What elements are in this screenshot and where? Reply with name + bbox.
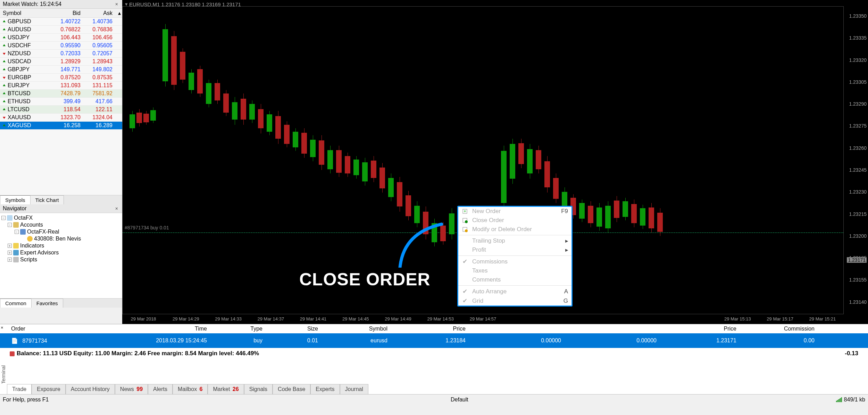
th-time[interactable]: Time [85,326,210,332]
mw-col-bid[interactable]: Bid [47,10,83,16]
menu-item[interactable]: Profit▶ [458,245,571,254]
market-watch-header: Symbol Bid Ask ▴ [0,9,122,18]
market-watch-row[interactable]: BTCUSD7428.797581.92 [0,90,122,98]
terminal-side-label: Terminal [1,365,6,384]
market-watch-row[interactable]: USDCHF0.955900.95605 [0,42,122,50]
tab-tick-chart[interactable]: Tick Chart [30,195,64,204]
terminal-tab[interactable]: Exposure [32,384,66,394]
tree-node[interactable]: −OctaFX [1,214,121,221]
status-profile[interactable]: Default [451,397,694,403]
menu-label: Trailing Stop [472,237,565,244]
bid-cell: 0.72033 [47,50,83,57]
price-tick: 1.23230 [849,189,867,195]
menu-shortcut: A [564,288,568,295]
mw-col-symbol[interactable]: Symbol [0,10,47,16]
th-type[interactable]: Type [210,326,265,332]
expand-icon[interactable]: + [8,244,12,248]
terminal-tab[interactable]: News 99 [115,384,148,394]
th-swap[interactable]: Swap [817,326,868,332]
candle [232,97,237,125]
bid-cell: 16.258 [47,122,83,129]
time-tick: 29 Mar 14:53 [419,314,462,324]
tree-node[interactable]: −OctaFX-Real [1,228,121,235]
tree-node[interactable]: +Expert Advisors [1,249,121,256]
price-tick: 1.23335 [849,35,867,41]
candle [206,80,211,107]
market-watch-row[interactable]: XAUUSD1323.701324.04 [0,114,122,122]
tab-favorites[interactable]: Favorites [31,299,63,308]
candle [336,146,342,177]
price-tick: 1.23245 [849,167,867,173]
terminal-tab[interactable]: Code Base [273,384,310,394]
th-commission[interactable]: Commission [739,326,817,332]
collapse-icon[interactable]: − [1,216,6,220]
terminal-tab[interactable]: Mailbox 6 [173,384,208,394]
tree-node[interactable]: −Accounts [1,221,121,228]
market-watch-close-icon[interactable]: × [114,1,119,7]
market-watch-row[interactable]: XAGUSD16.25816.289 [0,122,122,130]
candle [623,198,628,220]
scroll-up-icon[interactable]: ▴ [115,10,122,16]
node-label: Indicators [20,243,44,249]
terminal-tab[interactable]: Account History [66,384,115,394]
terminal-tab[interactable]: Trade [7,384,32,394]
candle [310,135,316,161]
market-watch-row[interactable]: GBPJPY149.771149.802 [0,66,122,74]
navigator-close-icon[interactable]: × [114,206,119,211]
terminal-tab[interactable]: Signals [244,384,273,394]
node-label: Scripts [20,257,37,263]
tree-node[interactable]: 430808: Ben Nevis [1,235,121,242]
expand-icon[interactable]: + [8,258,12,262]
market-watch-row[interactable]: USDJPY106.443106.456 [0,34,122,42]
th-price2[interactable]: Price [659,326,739,332]
market-watch-row[interactable]: GBPUSD1.407221.40736 [0,18,122,26]
th-symbol[interactable]: Symbol [321,326,390,332]
tab-common[interactable]: Common [0,299,32,308]
candle [162,24,168,87]
collapse-icon[interactable]: − [8,223,12,227]
navigator-body[interactable]: −OctaFX−Accounts−OctaFX-Real430808: Ben … [0,213,122,298]
mw-col-ask[interactable]: Ask [83,10,115,16]
symbol-cell: GBPJPY [0,66,47,73]
market-watch-row[interactable]: ETHUSD399.49417.66 [0,98,122,106]
menu-item[interactable]: Close Order [458,216,571,225]
terminal-tab[interactable]: Experts [310,384,340,394]
svg-text:+: + [464,209,466,214]
market-watch-row[interactable]: EURGBP0.875200.87535 [0,74,122,82]
market-watch-row[interactable]: LTCUSD118.54122.11 [0,106,122,114]
expand-icon[interactable]: + [8,251,12,255]
terminal-order-row[interactable]: 📄 87971734 2018.03.29 15:24:45 buy 0.01 … [0,333,868,348]
candle [605,201,611,233]
node-icon [13,243,19,249]
tree-node[interactable]: +Scripts [1,256,121,263]
terminal-close-icon[interactable]: × [1,325,3,330]
tab-symbols[interactable]: Symbols [0,195,31,204]
market-watch-body[interactable]: GBPUSD1.407221.40736AUDUSD0.768220.76836… [0,18,122,195]
market-watch-row[interactable]: EURJPY131.093131.115 [0,82,122,90]
th-order[interactable]: Order [8,326,85,332]
menu-item[interactable]: Comments [458,275,571,284]
menu-item[interactable]: Taxes [458,266,571,275]
th-price1[interactable]: Price [390,326,468,332]
candle [397,177,402,212]
time-tick: 29 Mar 2018 [122,314,165,324]
menu-item[interactable]: Trailing Stop▶ [458,236,571,245]
collapse-icon[interactable]: − [15,230,19,234]
tr-commission: 0.00 [739,337,817,344]
menu-item[interactable]: ✔GridG [458,296,571,306]
tree-node[interactable]: +Indicators [1,242,121,249]
symbol-cell: USDCHF [0,42,47,49]
menu-item[interactable]: +New OrderF9 [458,207,571,216]
terminal-tab[interactable]: Alerts [148,384,173,394]
chart-area[interactable]: ▾ EURUSD,M1 1.23176 1.23180 1.23169 1.23… [122,0,868,324]
menu-item[interactable]: ✔Auto ArrangeA [458,287,571,296]
th-size[interactable]: Size [265,326,321,332]
market-watch-row[interactable]: NZDUSD0.720330.72057 [0,50,122,58]
terminal-tab[interactable]: Journal [340,384,368,394]
market-watch-row[interactable]: USDCAD1.289291.28943 [0,58,122,66]
ask-cell: 1.40736 [83,18,115,25]
menu-item[interactable]: Modify or Delete Order [458,225,571,234]
terminal-tab[interactable]: Market 26 [208,384,244,394]
market-watch-row[interactable]: AUDUSD0.768220.76836 [0,26,122,34]
menu-item[interactable]: ✔Commissions [458,257,571,266]
